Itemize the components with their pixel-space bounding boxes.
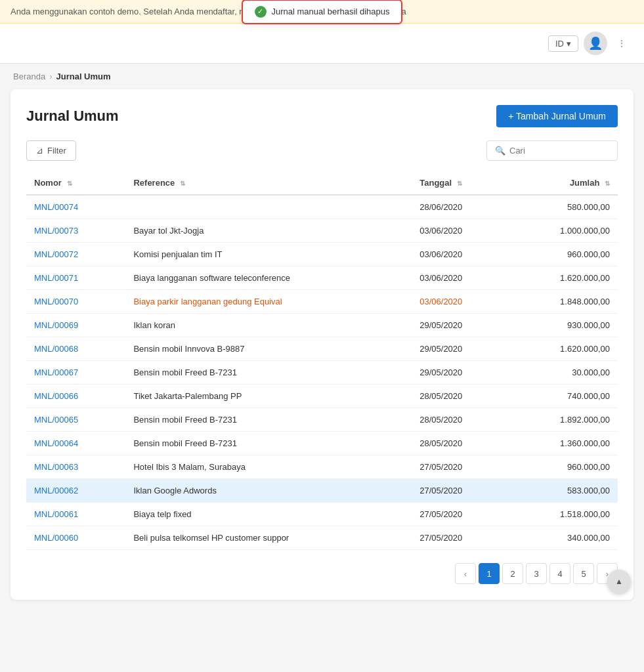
cell-reference: Komisi penjualan tim IT — [125, 243, 412, 266]
page-1-button[interactable]: 1 — [479, 563, 500, 584]
page-4-button[interactable]: 4 — [549, 563, 570, 584]
cell-nomor[interactable]: MNL/00062 — [26, 479, 125, 503]
cell-reference: Bensin mobil Freed B-7231 — [125, 361, 412, 385]
cell-nomor[interactable]: MNL/00065 — [26, 408, 125, 432]
cell-nomor[interactable]: MNL/00071 — [26, 266, 125, 290]
page-2-button[interactable]: 2 — [502, 563, 523, 584]
cell-tanggal: 03/06/2020 — [412, 290, 509, 314]
cell-nomor[interactable]: MNL/00073 — [26, 219, 125, 243]
language-button[interactable]: ID ▾ — [548, 35, 578, 52]
cell-jumlah: 1.620.000,00 — [509, 337, 618, 361]
filter-label: Filter — [47, 146, 66, 156]
prev-page-button[interactable]: ‹ — [455, 563, 476, 584]
breadcrumb-current: Jurnal Umum — [56, 72, 111, 81]
cell-reference: Biaya parkir langganan gedung Equival — [125, 290, 412, 314]
cell-reference: Biaya telp fixed — [125, 503, 412, 526]
toast-check-icon: ✓ — [255, 6, 267, 18]
page-5-button[interactable]: 5 — [573, 563, 594, 584]
cell-nomor[interactable]: MNL/00072 — [26, 243, 125, 266]
cell-tanggal: 03/06/2020 — [412, 266, 509, 290]
breadcrumb-separator: › — [49, 72, 52, 81]
scroll-top-icon: ▲ — [615, 577, 623, 586]
sort-nomor-icon: ⇅ — [67, 180, 72, 187]
cell-jumlah: 1.000.000,00 — [509, 219, 618, 243]
cell-reference: Iklan Google Adwords — [125, 479, 412, 503]
cell-jumlah: 1.360.000,00 — [509, 432, 618, 455]
table-row: MNL/00066Tiket Jakarta-Palembang PP28/05… — [26, 385, 618, 408]
menu-dots-button[interactable]: ⋮ — [612, 34, 631, 52]
table-row: MNL/00069Iklan koran29/05/2020930.000,00 — [26, 314, 618, 337]
table-row: MNL/00062Iklan Google Adwords27/05/20205… — [26, 479, 618, 503]
table-body: MNL/0007428/06/2020580.000,00MNL/00073Ba… — [26, 195, 618, 550]
scroll-top-button[interactable]: ▲ — [607, 570, 631, 593]
cell-nomor[interactable]: MNL/00067 — [26, 361, 125, 385]
table-row: MNL/00063Hotel Ibis 3 Malam, Surabaya27/… — [26, 455, 618, 479]
main-content: Jurnal Umum + Tambah Jurnal Umum ⊿ Filte… — [11, 89, 633, 600]
search-box: 🔍 — [486, 140, 618, 161]
sort-tanggal-icon: ⇅ — [457, 180, 462, 187]
table-row: MNL/00061Biaya telp fixed27/05/20201.518… — [26, 503, 618, 526]
cell-tanggal: 29/05/2020 — [412, 314, 509, 337]
table-row: MNL/00060Beli pulsa telkomsel HP custome… — [26, 526, 618, 550]
page-3-button[interactable]: 3 — [526, 563, 547, 584]
cell-nomor[interactable]: MNL/00061 — [26, 503, 125, 526]
search-input[interactable] — [509, 146, 609, 156]
cell-nomor[interactable]: MNL/00066 — [26, 385, 125, 408]
table-header: Nomor ⇅ Reference ⇅ Tanggal ⇅ Jumlah ⇅ — [26, 171, 618, 195]
cell-jumlah: 1.620.000,00 — [509, 266, 618, 290]
cell-nomor[interactable]: MNL/00064 — [26, 432, 125, 455]
page-title: Jurnal Umum — [26, 108, 119, 125]
cell-tanggal: 03/06/2020 — [412, 243, 509, 266]
cell-tanggal: 29/05/2020 — [412, 337, 509, 361]
cell-reference: Bensin mobil Innvova B-9887 — [125, 337, 412, 361]
table-row: MNL/00071Biaya langganan software teleco… — [26, 266, 618, 290]
cell-jumlah: 1.892.000,00 — [509, 408, 618, 432]
search-icon: 🔍 — [495, 146, 505, 156]
app-header: ID ▾ 👤 ⋮ — [0, 24, 644, 64]
cell-nomor[interactable]: MNL/00070 — [26, 290, 125, 314]
cell-tanggal: 27/05/2020 — [412, 455, 509, 479]
table-row: MNL/00064Bensin mobil Freed B-723128/05/… — [26, 432, 618, 455]
cell-tanggal: 27/05/2020 — [412, 503, 509, 526]
col-nomor: Nomor ⇅ — [26, 171, 125, 195]
cell-tanggal: 28/05/2020 — [412, 432, 509, 455]
table-row: MNL/00070Biaya parkir langganan gedung E… — [26, 290, 618, 314]
cell-tanggal: 28/05/2020 — [412, 385, 509, 408]
cell-jumlah: 960.000,00 — [509, 243, 618, 266]
cell-nomor[interactable]: MNL/00069 — [26, 314, 125, 337]
table-row: MNL/00072Komisi penjualan tim IT03/06/20… — [26, 243, 618, 266]
cell-jumlah: 930.000,00 — [509, 314, 618, 337]
lang-arrow-icon: ▾ — [567, 39, 571, 49]
cell-jumlah: 583.000,00 — [509, 479, 618, 503]
cell-nomor[interactable]: MNL/00063 — [26, 455, 125, 479]
cell-tanggal: 29/05/2020 — [412, 361, 509, 385]
journal-table: Nomor ⇅ Reference ⇅ Tanggal ⇅ Jumlah ⇅ M… — [26, 171, 618, 550]
breadcrumb-home[interactable]: Beranda — [13, 72, 45, 81]
cell-jumlah: 580.000,00 — [509, 195, 618, 219]
cell-tanggal: 27/05/2020 — [412, 526, 509, 550]
sort-jumlah-icon: ⇅ — [605, 180, 610, 187]
cell-jumlah: 960.000,00 — [509, 455, 618, 479]
cell-jumlah: 1.848.000,00 — [509, 290, 618, 314]
cell-reference: Hotel Ibis 3 Malam, Surabaya — [125, 455, 412, 479]
dots-icon: ⋮ — [617, 38, 626, 49]
lang-label: ID — [555, 39, 564, 49]
cell-reference — [125, 195, 412, 219]
cell-tanggal: 28/05/2020 — [412, 408, 509, 432]
user-avatar-button[interactable]: 👤 — [584, 32, 607, 55]
cell-nomor[interactable]: MNL/00074 — [26, 195, 125, 219]
filter-button[interactable]: ⊿ Filter — [26, 140, 76, 161]
table-row: MNL/00073Bayar tol Jkt-Jogja03/06/20201.… — [26, 219, 618, 243]
cell-reference: Tiket Jakarta-Palembang PP — [125, 385, 412, 408]
breadcrumb: Beranda › Jurnal Umum — [0, 64, 644, 89]
cell-jumlah: 1.518.000,00 — [509, 503, 618, 526]
cell-reference: Beli pulsa telkomsel HP customer suppor — [125, 526, 412, 550]
cell-tanggal: 27/05/2020 — [412, 479, 509, 503]
cell-nomor[interactable]: MNL/00060 — [26, 526, 125, 550]
cell-reference: Biaya langganan software teleconference — [125, 266, 412, 290]
filter-icon: ⊿ — [36, 146, 43, 156]
toast-notification: ✓ Jurnal manual berhasil dihapus — [242, 0, 403, 24]
cell-reference: Iklan koran — [125, 314, 412, 337]
add-journal-button[interactable]: + Tambah Jurnal Umum — [496, 105, 618, 127]
cell-nomor[interactable]: MNL/00068 — [26, 337, 125, 361]
